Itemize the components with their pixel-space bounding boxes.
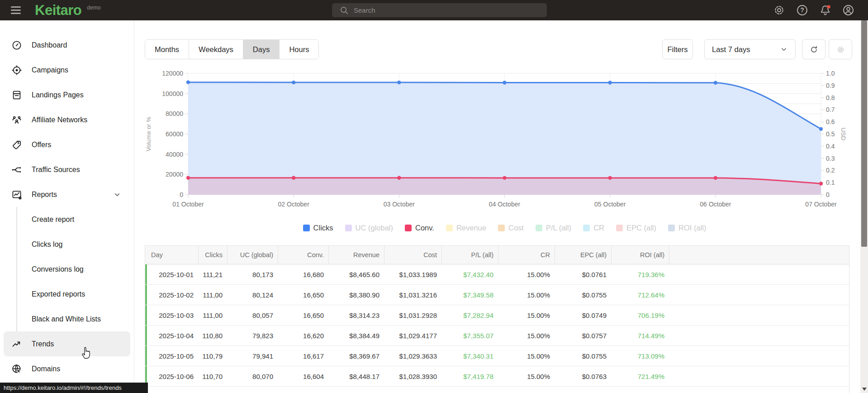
table-cell: $8,465.60 [328, 264, 384, 284]
series-point [186, 176, 190, 180]
table-cell [669, 366, 848, 386]
sidebar-item-dashboard[interactable]: Dashboard [4, 33, 130, 58]
tab-hours[interactable]: Hours [279, 40, 318, 59]
right-axis-title: USD [840, 128, 847, 141]
legend-label: EPC (all) [626, 224, 656, 232]
table-cell: 80,057 [227, 305, 278, 325]
target-icon [11, 65, 22, 76]
tab-days[interactable]: Days [243, 40, 280, 59]
column-header-epc-all-[interactable]: EPC (all) [555, 246, 611, 264]
column-header-roi-all-[interactable]: ROI (all) [611, 246, 669, 264]
sidebar-item-label: Offers [32, 141, 51, 149]
bell-button[interactable] [819, 4, 831, 16]
account-button[interactable] [842, 4, 854, 16]
refresh-button[interactable] [802, 39, 825, 59]
legend-swatch [668, 225, 675, 231]
column-header-empty[interactable] [669, 246, 848, 264]
legend-item-revenue[interactable]: Revenue [446, 224, 486, 232]
offer-tag-icon: $ [11, 139, 22, 150]
row-status-bar [145, 346, 147, 366]
table-cell: 110,70 [198, 366, 227, 386]
table-cell: $0.0763 [555, 366, 611, 386]
sidebar-item-campaigns[interactable]: Campaigns [4, 58, 130, 82]
menu-toggle-icon[interactable] [11, 6, 21, 14]
table-cell [669, 346, 848, 366]
help-button[interactable]: ? [796, 4, 808, 16]
legend-item-cost[interactable]: Cost [498, 224, 524, 232]
legend-swatch [405, 225, 412, 231]
globe-pointer-icon [11, 364, 22, 374]
legend-item-uc-global-[interactable]: UC (global) [345, 224, 393, 232]
table-cell: 79,823 [227, 326, 278, 345]
sidebar-item-label: Black and White Lists [32, 315, 101, 323]
page: Keitaro demo ? DashboardCampaignsLanding… [0, 0, 868, 393]
sidebar-item-label: Conversions log [32, 265, 84, 273]
left-axis-tick: 0 [180, 191, 183, 198]
column-header-cr[interactable]: CR [498, 246, 555, 264]
table-cell: 2025-10-05 [145, 346, 198, 366]
legend-item-cr[interactable]: CR [583, 224, 604, 232]
global-search[interactable] [332, 3, 547, 17]
left-axis-tick: 40000 [166, 151, 183, 158]
row-status-bar [145, 264, 147, 284]
column-header-revenue[interactable]: Revenue [328, 246, 384, 264]
tab-weekdays[interactable]: Weekdays [189, 40, 243, 59]
table-cell: $1,033.1989 [384, 264, 441, 284]
scrollbar-thumb[interactable] [861, 20, 867, 247]
table-cell: 733.67% [611, 387, 669, 393]
column-header-clicks[interactable]: Clicks [198, 246, 227, 264]
search-input[interactable] [354, 6, 547, 14]
tab-months[interactable]: Months [145, 40, 189, 59]
table-cell [669, 305, 848, 325]
table-cell: 712.64% [611, 285, 669, 305]
column-header-uc-global-[interactable]: UC (global) [227, 246, 278, 264]
sidebar-item-traffic-sources[interactable]: Traffic Sources [4, 157, 130, 182]
sidebar-item-label: Create report [32, 216, 74, 224]
right-axis-tick: 0.5 [826, 130, 835, 138]
table-cell: $8,369.67 [328, 346, 384, 366]
filters-button[interactable]: Filters [662, 39, 693, 59]
gear-button[interactable] [773, 4, 785, 16]
sidebar-item-offers[interactable]: $Offers [4, 132, 130, 157]
column-header-cost[interactable]: Cost [384, 246, 441, 264]
sidebar-item-exported-reports[interactable]: Exported reports [4, 282, 130, 307]
legend-item-clicks[interactable]: Clicks [303, 224, 333, 232]
sidebar-item-label: Reports [32, 191, 57, 199]
legend-label: ROI (all) [678, 224, 706, 232]
sidebar-item-landings-pages[interactable]: Landings Pages [4, 82, 130, 107]
sidebar-item-trends[interactable]: Trends [4, 331, 130, 356]
right-axis-tick: 0.9 [826, 82, 835, 89]
legend-item-conv-[interactable]: Conv. [405, 224, 434, 232]
sidebar-item-domains[interactable]: Domains [4, 356, 130, 381]
sidebar-item-clicks-log[interactable]: Clicks log [4, 232, 130, 257]
sidebar-item-reports[interactable]: Reports [4, 182, 130, 207]
series-point [714, 81, 717, 85]
column-header-conv-[interactable]: Conv. [278, 246, 328, 264]
sidebar: DashboardCampaignsLandings PagesAffiliat… [0, 20, 134, 393]
search-icon [340, 6, 348, 14]
pages-icon [11, 90, 22, 101]
column-header-p-l-all-[interactable]: P/L (all) [441, 246, 498, 264]
legend-item-epc-all-[interactable]: EPC (all) [616, 224, 656, 232]
table-cell: $7,282.94 [441, 305, 498, 325]
traffic-split-icon [11, 164, 22, 175]
sidebar-item-affiliate-networks[interactable]: Affiliate Networks [4, 107, 130, 132]
legend-item-p-l-all-[interactable]: P/L (all) [536, 224, 571, 232]
legend-item-roi-all-[interactable]: ROI (all) [668, 224, 706, 232]
page-scrollbar[interactable] [860, 20, 868, 393]
column-header-day[interactable]: Day [145, 246, 198, 264]
sidebar-item-conversions-log[interactable]: Conversions log [4, 257, 130, 282]
chart-settings-button[interactable] [829, 39, 852, 59]
table-cell: 16,617 [278, 346, 328, 366]
date-range-select[interactable]: Last 7 days [704, 39, 796, 59]
topbar: Keitaro demo ? [0, 0, 868, 20]
sidebar-item-create-report[interactable]: Create report [4, 207, 130, 232]
table-cell: 2025-10-07 [145, 387, 198, 393]
scrollbar-down-arrow-icon[interactable] [862, 388, 867, 391]
gauge-icon [11, 40, 22, 51]
table-cell: $8,448.17 [328, 366, 384, 386]
sidebar-item-black-and-white-lists[interactable]: Black and White Lists [4, 307, 130, 331]
table-cell: $8,380.90 [328, 285, 384, 305]
chart-legend: ClicksUC (global)Conv.RevenueCostP/L (al… [188, 221, 821, 235]
table-cell: 16,680 [278, 264, 328, 284]
